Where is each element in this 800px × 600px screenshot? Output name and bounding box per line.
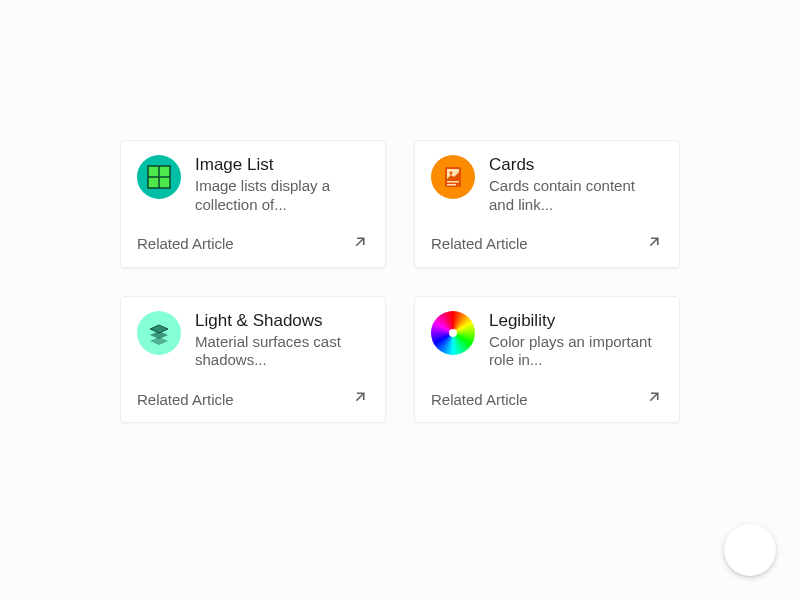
card-body: Light & Shadows Material surfaces cast s… [195,311,369,371]
card-header: Legibility Color plays an important role… [431,311,663,371]
arrow-outward-icon [351,233,369,255]
card-light-shadows[interactable]: Light & Shadows Material surfaces cast s… [120,296,386,424]
card-body: Legibility Color plays an important role… [489,311,663,371]
svg-line-13 [356,393,364,401]
related-article-label: Related Article [137,235,234,252]
svg-point-6 [450,172,453,175]
card-image-list[interactable]: Image List Image lists display a collect… [120,140,386,268]
card-footer[interactable]: Related Article [431,229,663,255]
card-body: Cards Cards contain content and link... [489,155,663,215]
card-header: Light & Shadows Material surfaces cast s… [137,311,369,371]
card-header: Image List Image lists display a collect… [137,155,369,215]
arrow-outward-icon [351,388,369,410]
card-header: Cards Cards contain content and link... [431,155,663,215]
color-wheel-icon [431,311,475,355]
related-article-label: Related Article [137,391,234,408]
card-title: Light & Shadows [195,311,369,331]
layers-icon [137,311,181,355]
svg-line-3 [356,238,364,246]
arrow-outward-icon [645,233,663,255]
card-description: Material surfaces cast shadows... [195,333,369,371]
card-footer[interactable]: Related Article [431,384,663,410]
card-title: Cards [489,155,663,175]
svg-marker-12 [150,325,168,333]
svg-line-14 [650,393,658,401]
card-body: Image List Image lists display a collect… [195,155,369,215]
arrow-outward-icon [645,388,663,410]
related-article-label: Related Article [431,391,528,408]
card-title: Legibility [489,311,663,331]
card-description: Image lists display a collection of... [195,177,369,215]
card-description: Cards contain content and link... [489,177,663,215]
related-article-label: Related Article [431,235,528,252]
grid-icon [137,155,181,199]
card-photo-icon [431,155,475,199]
card-legibility[interactable]: Legibility Color plays an important role… [414,296,680,424]
svg-line-9 [650,238,658,246]
card-title: Image List [195,155,369,175]
card-footer[interactable]: Related Article [137,384,369,410]
svg-rect-7 [447,181,459,183]
card-description: Color plays an important role in... [489,333,663,371]
card-cards[interactable]: Cards Cards contain content and link... … [414,140,680,268]
svg-rect-8 [447,184,456,186]
card-footer[interactable]: Related Article [137,229,369,255]
floating-action-button[interactable] [724,524,776,576]
